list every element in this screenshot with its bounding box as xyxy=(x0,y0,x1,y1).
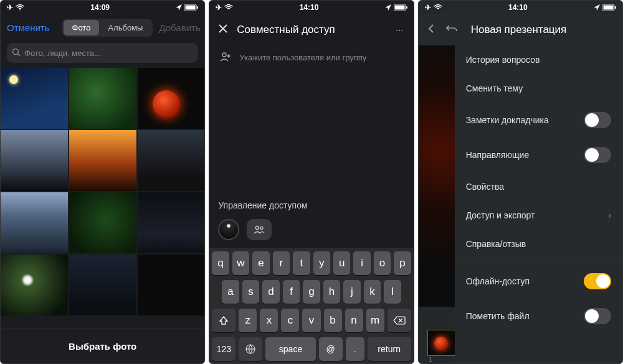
group-button[interactable] xyxy=(247,219,272,240)
battery-icon xyxy=(602,4,616,11)
photo-thumbnail[interactable] xyxy=(69,68,136,129)
location-icon xyxy=(176,4,182,11)
add-button[interactable]: Добавить xyxy=(159,22,200,33)
clock: 14:10 xyxy=(508,3,528,12)
status-bar: ✈ 14:09 xyxy=(1,1,204,14)
tab-albums[interactable]: Альбомы xyxy=(99,20,151,35)
more-icon[interactable]: ⋯ xyxy=(396,26,405,35)
close-icon[interactable] xyxy=(218,24,228,36)
menu-offline-access[interactable]: Офлайн-доступ xyxy=(455,264,622,299)
return-key[interactable]: return xyxy=(368,337,411,361)
menu-help-feedback[interactable]: Справка/отзыв xyxy=(455,230,622,258)
key-x[interactable]: x xyxy=(260,309,278,332)
key-m[interactable]: m xyxy=(366,309,384,332)
photo-thumbnail[interactable] xyxy=(1,192,68,253)
svg-rect-1 xyxy=(186,6,196,10)
add-user-input[interactable]: Укажите пользователя или группу xyxy=(209,45,413,70)
svg-rect-15 xyxy=(603,6,613,10)
key-r[interactable]: r xyxy=(273,251,290,275)
key-y[interactable]: y xyxy=(313,251,330,275)
keyboard: qwertyuiop asdfghjkl zxcvbnm 123 space @… xyxy=(209,248,413,363)
key-a[interactable]: a xyxy=(222,280,239,304)
globe-key[interactable] xyxy=(239,337,262,361)
key-k[interactable]: k xyxy=(364,280,381,304)
search-input[interactable]: Фото, люди, места... xyxy=(7,43,198,63)
key-j[interactable]: j xyxy=(343,280,360,304)
dot-key[interactable]: . xyxy=(346,337,364,361)
key-l[interactable]: l xyxy=(384,280,401,304)
key-q[interactable]: q xyxy=(212,251,229,275)
airplane-icon: ✈ xyxy=(7,3,13,12)
location-icon xyxy=(594,4,600,11)
key-w[interactable]: w xyxy=(232,251,249,275)
key-b[interactable]: b xyxy=(324,309,342,332)
toggle-offline[interactable] xyxy=(584,273,611,289)
add-user-placeholder: Укажите пользователя или группу xyxy=(239,53,366,62)
sharing-screen: ✈ 14:10 Совместный доступ ⋯ Укажите поль… xyxy=(209,0,414,364)
wifi-icon xyxy=(434,4,442,11)
add-user-icon xyxy=(218,52,231,63)
key-e[interactable]: e xyxy=(252,251,269,275)
cancel-button[interactable]: Отменить xyxy=(7,22,50,33)
key-f[interactable]: f xyxy=(283,280,300,304)
undo-icon[interactable] xyxy=(446,24,457,37)
photo-album-segmented[interactable]: Фото Альбомы xyxy=(62,19,153,37)
battery-icon xyxy=(394,4,407,11)
key-t[interactable]: t xyxy=(293,251,310,275)
airplane-icon: ✈ xyxy=(216,3,222,12)
photo-thumbnail[interactable] xyxy=(138,254,205,315)
location-icon xyxy=(385,4,391,11)
avatar[interactable] xyxy=(218,219,239,240)
key-g[interactable]: g xyxy=(303,280,320,304)
key-v[interactable]: v xyxy=(302,309,320,332)
toggle-guides[interactable] xyxy=(584,147,611,163)
chevron-right-icon: › xyxy=(608,210,611,220)
numeric-key[interactable]: 123 xyxy=(212,337,235,361)
menu-access-export[interactable]: Доступ и экспорт › xyxy=(455,201,622,230)
shift-key[interactable] xyxy=(212,309,235,332)
photo-thumbnail[interactable] xyxy=(138,192,205,253)
clock: 14:10 xyxy=(300,3,319,12)
photo-thumbnail[interactable] xyxy=(138,68,205,129)
toggle-speaker-notes[interactable] xyxy=(584,112,611,128)
photo-thumbnail[interactable] xyxy=(69,130,136,191)
photo-thumbnail[interactable] xyxy=(1,130,68,191)
key-d[interactable]: d xyxy=(262,280,279,304)
toggle-star[interactable] xyxy=(584,308,611,324)
tab-photos[interactable]: Фото xyxy=(64,20,100,35)
key-c[interactable]: c xyxy=(281,309,299,332)
menu-star-file[interactable]: Пометить файл xyxy=(455,299,622,334)
key-s[interactable]: s xyxy=(242,280,259,304)
select-photo-button[interactable]: Выбрать фото xyxy=(1,329,204,363)
backspace-key[interactable] xyxy=(388,309,411,332)
key-u[interactable]: u xyxy=(333,251,350,275)
key-n[interactable]: n xyxy=(345,309,363,332)
menu-properties[interactable]: Свойства xyxy=(455,172,622,201)
airplane-icon: ✈ xyxy=(425,3,431,12)
key-p[interactable]: p xyxy=(394,251,411,275)
menu-question-history[interactable]: История вопросов xyxy=(455,45,622,74)
key-o[interactable]: o xyxy=(374,251,391,275)
presentation-title: Новая презентация xyxy=(471,24,567,36)
space-key[interactable]: space xyxy=(265,337,315,361)
menu-guides[interactable]: Направляющие xyxy=(455,138,622,172)
svg-rect-6 xyxy=(394,6,404,10)
back-icon[interactable] xyxy=(427,24,435,37)
photo-thumbnail[interactable] xyxy=(1,68,68,129)
key-h[interactable]: h xyxy=(323,280,340,304)
status-bar: ✈ 14:10 xyxy=(419,1,622,14)
wifi-icon xyxy=(16,4,24,11)
photo-thumbnail[interactable] xyxy=(69,254,136,315)
at-key[interactable]: @ xyxy=(319,337,343,361)
photo-picker-screen: ✈ 14:09 Отменить Фото Альбомы Добавить Ф… xyxy=(0,0,205,364)
svg-rect-7 xyxy=(406,6,407,9)
photo-thumbnail[interactable] xyxy=(1,254,68,315)
access-management-label: Управление доступом xyxy=(209,194,413,217)
menu-speaker-notes[interactable]: Заметки докладчика xyxy=(455,103,622,138)
svg-point-12 xyxy=(260,227,263,230)
key-z[interactable]: z xyxy=(239,309,257,332)
menu-change-theme[interactable]: Сменить тему xyxy=(455,74,622,103)
photo-thumbnail[interactable] xyxy=(138,130,205,191)
photo-thumbnail[interactable] xyxy=(69,192,136,253)
key-i[interactable]: i xyxy=(353,251,370,275)
